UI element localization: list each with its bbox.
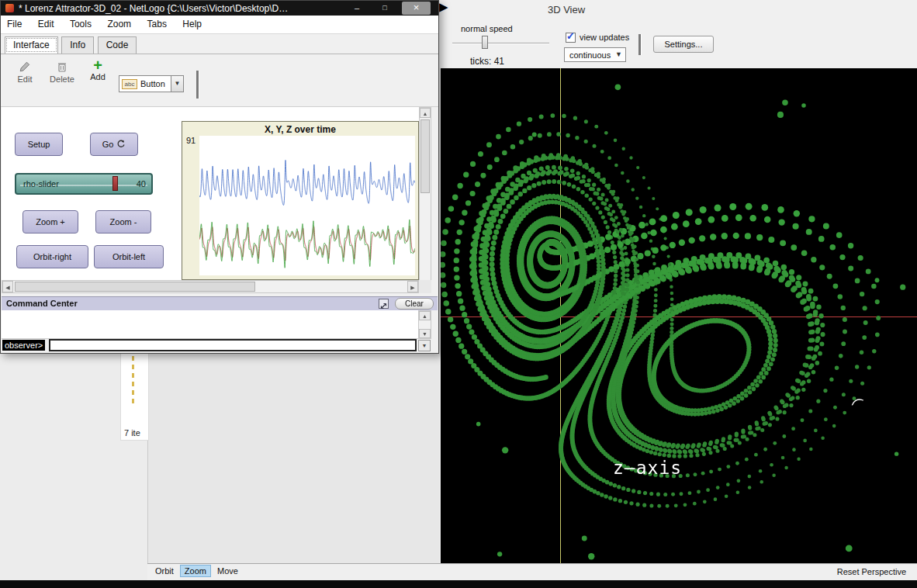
taskbar[interactable] <box>0 580 917 588</box>
orbit-left-button[interactable]: Orbit-left <box>94 245 164 268</box>
lorenz-attractor-canvas[interactable] <box>441 68 917 563</box>
add-widget-button[interactable]: + Add <box>85 58 111 81</box>
orbit-right-button[interactable]: Orbit-right <box>16 245 88 268</box>
speed-slider-track[interactable] <box>452 43 549 44</box>
zoom-out-button[interactable]: Zoom - <box>95 210 151 233</box>
widget-type-dropdown[interactable]: abc Button ▼ <box>119 75 184 92</box>
minimize-button[interactable]: – <box>345 2 369 15</box>
file-icon <box>132 356 134 404</box>
window-title: * Lorenz Attractor-3D_02 - NetLogo {C:\U… <box>19 3 337 14</box>
view3d-window-title: 3D View <box>508 4 625 16</box>
expand-icon[interactable] <box>379 299 389 309</box>
file-list-panel: 7 ite <box>120 348 149 441</box>
netlogo-window: * Lorenz Attractor-3D_02 - NetLogo {C:\U… <box>0 0 439 354</box>
interface-workspace: Setup Go rho-slider 40 Zoom + Zoom - <box>2 107 419 280</box>
chevron-down-icon[interactable]: ▼ <box>171 76 183 92</box>
scrollbar-thumb[interactable] <box>15 282 255 292</box>
delete-widget-button[interactable]: Delete <box>46 61 78 84</box>
close-button[interactable]: × <box>402 2 431 15</box>
zoom-in-button[interactable]: Zoom + <box>22 210 78 233</box>
delete-label: Delete <box>50 74 74 84</box>
button-widget-icon: abc <box>122 79 137 89</box>
setup-button[interactable]: Setup <box>15 133 63 156</box>
command-center-title: Command Center <box>6 299 78 308</box>
slider-value: 40 <box>137 179 146 189</box>
horizontal-scrollbar[interactable]: ◀ ▶ <box>2 280 419 293</box>
add-label: Add <box>90 72 106 81</box>
command-input[interactable] <box>49 339 417 351</box>
history-dropdown-button[interactable]: ▼ <box>418 340 431 351</box>
scrollbar-corner <box>419 280 431 293</box>
toolbar-separator <box>196 71 199 99</box>
title-bar[interactable]: * Lorenz Attractor-3D_02 - NetLogo {C:\U… <box>1 1 438 16</box>
setup-label: Setup <box>28 140 50 149</box>
slider-handle[interactable] <box>112 176 118 191</box>
menu-bar: File Edit Tools Zoom Tabs Help <box>1 16 438 34</box>
items-count-label: 7 ite <box>124 428 140 438</box>
reset-perspective-button[interactable]: Reset Perspective <box>837 567 906 576</box>
clear-button[interactable]: Clear <box>395 298 434 310</box>
menu-zoom[interactable]: Zoom <box>101 16 137 33</box>
view3d-mode-tabs: Orbit Zoom Move <box>151 566 242 576</box>
observer-prompt-label: observer> <box>2 340 45 351</box>
plus-icon: + <box>85 58 111 72</box>
update-mode-dropdown[interactable]: continuous ▼ <box>564 47 626 62</box>
scroll-left-button[interactable]: ◀ <box>2 281 13 292</box>
toolbar-separator <box>638 34 642 55</box>
view3d-viewport[interactable] <box>441 68 917 563</box>
view-updates-checkbox[interactable]: ✓ <box>566 33 576 43</box>
widget-type-value: Button <box>140 79 165 88</box>
menu-tabs[interactable]: Tabs <box>141 16 173 33</box>
menu-file[interactable]: File <box>1 16 28 33</box>
scroll-down-button[interactable]: ▼ <box>419 329 431 338</box>
speed-label: normal speed <box>461 24 513 33</box>
scroll-right-button[interactable]: ▶ <box>407 281 418 292</box>
go-label: Go <box>102 140 114 149</box>
tab-row: Interface Info Code <box>1 34 438 54</box>
view3d-bottom-bar: Orbit Zoom Move Reset Perspective <box>147 563 917 580</box>
speed-slider-thumb[interactable] <box>482 36 488 49</box>
plot-title: X, Y, Z over time <box>182 124 418 135</box>
interface-toolbar: Edit Delete + Add abc Button ▼ <box>1 54 438 107</box>
zoom-out-label: Zoom - <box>110 217 137 227</box>
tab-info[interactable]: Info <box>61 36 94 54</box>
plot-ymax-label: 91 <box>186 136 196 145</box>
z-axis-label: z—axis <box>613 458 682 478</box>
chevron-down-icon: ▼ <box>615 50 622 58</box>
tab-orbit[interactable]: Orbit <box>151 566 178 576</box>
command-center-output[interactable] <box>2 310 418 339</box>
black-triangle-icon: ▶ <box>439 0 448 14</box>
menu-edit[interactable]: Edit <box>32 16 61 33</box>
output-scrollbar[interactable]: ▲ ▼ <box>418 310 431 339</box>
settings-button[interactable]: Settings... <box>653 36 714 53</box>
tab-interface[interactable]: Interface <box>5 36 58 54</box>
vertical-scrollbar[interactable]: ▲ ▼ <box>419 107 431 293</box>
command-center-header: Command Center Clear <box>2 296 438 310</box>
menu-help[interactable]: Help <box>176 16 208 33</box>
plot-canvas <box>199 136 415 275</box>
scroll-up-button[interactable]: ▲ <box>420 108 431 118</box>
checkmark-icon: ✓ <box>566 30 575 42</box>
pencil-icon <box>19 61 31 73</box>
rho-slider[interactable]: rho-slider 40 <box>15 173 153 195</box>
orbit-left-label: Orbit-left <box>112 252 145 261</box>
scroll-up-button[interactable]: ▲ <box>419 311 431 320</box>
menu-tools[interactable]: Tools <box>64 16 98 33</box>
forever-loop-icon <box>116 140 126 149</box>
tab-move[interactable]: Move <box>213 566 242 576</box>
slider-label: rho-slider <box>23 179 59 189</box>
maximize-button[interactable]: □ <box>373 2 396 15</box>
edit-label: Edit <box>18 74 33 84</box>
xyz-plot-widget: X, Y, Z over time 91 <box>182 121 419 280</box>
ticks-counter: ticks: 41 <box>470 56 504 67</box>
scrollbar-thumb[interactable] <box>420 119 430 193</box>
background-window-area <box>147 353 439 580</box>
view-updates-label: view updates <box>580 33 629 42</box>
edit-widget-button[interactable]: Edit <box>10 61 40 84</box>
update-mode-value: continuous <box>569 50 611 60</box>
tab-code[interactable]: Code <box>98 36 137 54</box>
tab-zoom[interactable]: Zoom <box>181 566 210 576</box>
go-button[interactable]: Go <box>90 133 138 156</box>
screen: 7 ite ▶ 3D View normal speed ✓ view upda… <box>0 0 917 588</box>
orbit-right-label: Orbit-right <box>33 252 71 261</box>
